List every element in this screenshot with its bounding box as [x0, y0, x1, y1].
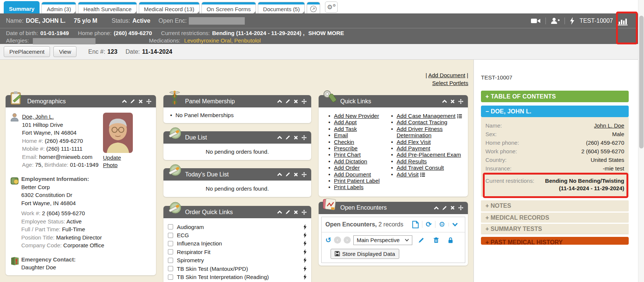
- quick-link[interactable]: Add Travel Consult: [397, 164, 444, 171]
- quick-link[interactable]: Add Contact Tracing: [397, 119, 447, 125]
- edit-icon[interactable]: [285, 135, 290, 140]
- quick-link[interactable]: Print Chart: [334, 151, 361, 158]
- lightning-icon[interactable]: [303, 257, 307, 263]
- prev-icon[interactable]: ‹: [334, 236, 341, 244]
- patient-name-link[interactable]: Doe, John L.: [22, 113, 54, 120]
- update-photo-link[interactable]: Update Photo: [103, 154, 125, 169]
- sidebar-section-header[interactable]: + NOTES: [481, 200, 629, 212]
- collapse-icon[interactable]: [277, 100, 282, 103]
- close-icon[interactable]: [450, 99, 455, 104]
- checkbox[interactable]: [168, 249, 173, 254]
- edit-icon[interactable]: [285, 210, 290, 214]
- quick-link[interactable]: Add Dictation: [334, 158, 367, 164]
- checkbox[interactable]: [168, 266, 173, 271]
- move-icon[interactable]: [301, 172, 307, 177]
- lightning-icon[interactable]: [303, 266, 307, 272]
- quick-link[interactable]: Add Visit: [397, 171, 419, 178]
- lightning-icon[interactable]: [303, 274, 307, 280]
- close-icon[interactable]: [294, 99, 298, 104]
- nav-tab[interactable]: On Screen Forms: [201, 2, 256, 13]
- add-user-icon[interactable]: [551, 18, 560, 24]
- move-icon[interactable]: [146, 99, 151, 104]
- lightning-icon[interactable]: [570, 17, 575, 25]
- refresh-icon[interactable]: ⟳: [422, 221, 435, 228]
- undo-icon[interactable]: ↺: [325, 236, 331, 244]
- collapse-icon[interactable]: [277, 173, 282, 176]
- chart-icon[interactable]: [618, 16, 628, 25]
- close-icon[interactable]: [138, 99, 143, 104]
- order-checkbox-row[interactable]: TB Skin Test (Mantoux/PPD): [168, 264, 307, 273]
- quick-link[interactable]: Email: [334, 132, 348, 138]
- quick-link[interactable]: Add Task: [334, 126, 357, 132]
- lock-icon[interactable]: [445, 237, 456, 243]
- sidebar-section-header[interactable]: + SUMMARY TESTS: [481, 223, 629, 234]
- order-checkbox-row[interactable]: Audiogram: [168, 223, 307, 231]
- move-icon[interactable]: [301, 99, 307, 104]
- settings-gears-button[interactable]: ⚙⚙: [325, 1, 338, 13]
- edit-icon[interactable]: [130, 99, 135, 104]
- checkbox[interactable]: [168, 258, 173, 263]
- collapse-icon[interactable]: [277, 136, 282, 139]
- checkbox[interactable]: [168, 275, 173, 280]
- order-checkbox-row[interactable]: TB Skin Test Interpretation (Reading): [168, 273, 307, 281]
- close-icon[interactable]: [294, 172, 298, 177]
- quick-link[interactable]: Add Pre-Placement Exam: [397, 151, 461, 158]
- nav-tab[interactable]: Medical Record (13): [139, 2, 200, 13]
- quick-link[interactable]: Add Driver Fitness Determination: [397, 126, 443, 138]
- move-icon[interactable]: [301, 135, 307, 140]
- quick-link[interactable]: Add Results: [397, 158, 427, 164]
- order-checkbox-row[interactable]: Spirometry: [168, 256, 307, 264]
- show-more-link[interactable]: SHOW MORE: [308, 30, 344, 36]
- nav-tab[interactable]: Documents (5): [258, 2, 305, 13]
- order-checkbox-row[interactable]: ECG: [168, 231, 307, 239]
- close-icon[interactable]: [294, 135, 298, 140]
- lightning-icon[interactable]: [303, 241, 307, 246]
- edit-icon[interactable]: [442, 206, 447, 210]
- collapse-icon[interactable]: [442, 100, 447, 103]
- move-icon[interactable]: [458, 99, 463, 104]
- quick-link[interactable]: Prescribe: [334, 145, 357, 151]
- quick-link[interactable]: Print Patient Label: [334, 178, 380, 184]
- move-icon[interactable]: [301, 210, 307, 215]
- video-camera-icon[interactable]: [531, 18, 541, 24]
- quick-link[interactable]: Add Appt: [334, 119, 357, 125]
- quick-link[interactable]: Add Flex Visit: [397, 139, 431, 145]
- delete-icon[interactable]: [430, 237, 442, 243]
- collapse-icon[interactable]: [277, 210, 282, 214]
- quick-link[interactable]: Add Payment: [397, 145, 430, 151]
- nav-tab[interactable]: Summary: [4, 1, 40, 13]
- edit-icon[interactable]: [285, 172, 290, 177]
- scrollbar-thumb[interactable]: [639, 16, 644, 148]
- preplacement-button[interactable]: PrePlacement: [4, 46, 50, 57]
- nav-tab[interactable]: Admin (3): [41, 2, 76, 13]
- close-icon[interactable]: [294, 210, 298, 214]
- quick-link[interactable]: Add Order: [334, 164, 360, 171]
- next-icon[interactable]: ›: [344, 236, 351, 244]
- quick-link[interactable]: Checkin: [334, 139, 354, 145]
- checkbox[interactable]: [168, 224, 173, 229]
- table-of-contents-header[interactable]: + TABLE OF CONTENTS: [481, 91, 629, 102]
- order-checkbox-row[interactable]: Respirator Fit: [168, 248, 307, 256]
- store-displayed-data-button[interactable]: Store Displayed Data: [331, 249, 399, 259]
- collapse-icon[interactable]: [122, 100, 127, 103]
- sidebar-section-header[interactable]: + MEDICAL RECORDS: [481, 212, 629, 223]
- close-icon[interactable]: [450, 206, 455, 210]
- collapse-icon[interactable]: [434, 206, 439, 210]
- checkbox[interactable]: [168, 233, 173, 238]
- add-document-link[interactable]: Add Document: [428, 72, 465, 78]
- external-link-tab[interactable]: [307, 2, 320, 13]
- quick-link[interactable]: Add New Provider: [334, 113, 379, 119]
- chevron-down-icon[interactable]: [448, 223, 461, 226]
- edit-icon[interactable]: [415, 237, 428, 243]
- lightning-icon[interactable]: [303, 249, 307, 255]
- gear-icon[interactable]: ⚙: [435, 221, 448, 228]
- quick-link[interactable]: Add Document: [334, 171, 371, 178]
- quick-link[interactable]: Add Case Management: [397, 113, 456, 119]
- order-checkbox-row[interactable]: Influenza Injection: [168, 239, 307, 248]
- select-portlets-link[interactable]: Select Portlets: [432, 80, 468, 86]
- patient-section-header[interactable]: − DOE, JOHN L.: [481, 106, 629, 117]
- new-document-icon[interactable]: [409, 221, 422, 228]
- nav-tab[interactable]: Health Surveillance: [78, 2, 137, 13]
- perspective-select[interactable]: Main Perspective: [353, 235, 412, 245]
- checkbox[interactable]: [168, 241, 173, 246]
